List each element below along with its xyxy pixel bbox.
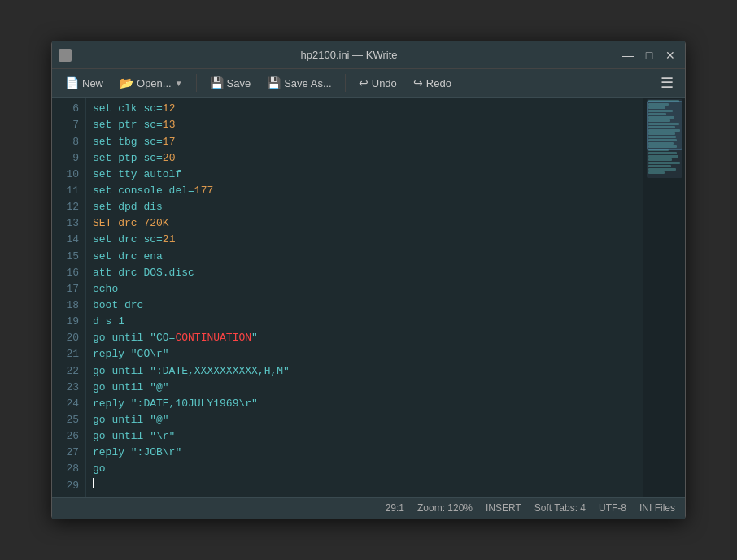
code-line-27: reply ":JOB\r" [93, 445, 636, 461]
redo-button[interactable]: ↪ Redo [407, 74, 458, 92]
toolbar-separator-1 [196, 74, 197, 92]
undo-label: Undo [372, 77, 397, 89]
save-label: Save [227, 77, 251, 89]
code-line-25: go until "@" [93, 412, 636, 428]
zoom-level: Zoom: 120% [417, 502, 473, 514]
undo-icon: ↩ [359, 76, 368, 89]
open-dropdown-icon: ▼ [175, 79, 183, 88]
window-title: hp2100.ini — KWrite [78, 49, 620, 61]
code-line-16: att drc DOS.disc [93, 265, 636, 281]
redo-label: Redo [426, 77, 451, 89]
filetype: INI Files [639, 502, 675, 514]
cursor-position: 29:1 [386, 502, 404, 514]
save-button[interactable]: 💾 Save [203, 74, 258, 92]
code-line-18: boot drc [93, 297, 636, 314]
tab-setting: Soft Tabs: 4 [534, 502, 586, 514]
code-line-6: set clk sc=12 [93, 101, 636, 117]
new-icon: 📄 [65, 76, 79, 89]
save-as-icon: 💾 [267, 76, 281, 89]
app-icon [59, 49, 72, 62]
code-line-29 [93, 478, 636, 494]
code-line-28: go [93, 461, 636, 477]
code-line-21: reply "CO\r" [93, 346, 636, 362]
save-as-button[interactable]: 💾 Save As... [260, 74, 338, 92]
code-line-7: set ptr sc=13 [93, 117, 636, 133]
save-icon: 💾 [210, 76, 224, 89]
line-numbers: 6789101112131415161718192021222324252627… [52, 98, 86, 497]
minimize-button[interactable]: — [620, 49, 636, 62]
code-line-11: set console del=177 [93, 183, 636, 199]
code-line-13: SET drc 720K [93, 215, 636, 232]
open-button[interactable]: 📂 Open... ▼ [113, 74, 190, 92]
toolbar: 📄 New 📂 Open... ▼ 💾 Save 💾 Save As... ↩ … [52, 69, 685, 98]
close-button[interactable]: ✕ [662, 49, 678, 62]
code-line-26: go until "\r" [93, 428, 636, 445]
open-icon: 📂 [120, 76, 133, 89]
code-line-24: reply ":DATE,10JULY1969\r" [93, 396, 636, 412]
edit-mode: INSERT [486, 502, 521, 514]
code-line-15: set drc ena [93, 249, 636, 265]
maximize-button[interactable]: □ [641, 49, 657, 62]
code-line-10: set tty autolf [93, 167, 636, 183]
titlebar: hp2100.ini — KWrite — □ ✕ [52, 41, 685, 69]
code-line-23: go until "@" [93, 380, 636, 396]
main-window: hp2100.ini — KWrite — □ ✕ 📄 New 📂 Open..… [51, 41, 686, 519]
statusbar: 29:1 Zoom: 120% INSERT Soft Tabs: 4 UTF-… [52, 497, 685, 519]
code-line-19: d s 1 [93, 314, 636, 330]
toolbar-separator-2 [345, 74, 346, 92]
code-line-14: set drc sc=21 [93, 232, 636, 248]
editor-area: 6789101112131415161718192021222324252627… [52, 98, 685, 497]
code-line-20: go until "CO=CONTINUATION" [93, 330, 636, 346]
open-label: Open... [137, 77, 172, 89]
redo-icon: ↪ [413, 76, 423, 89]
save-as-label: Save As... [284, 77, 332, 89]
code-editor[interactable]: set clk sc=12set ptr sc=13set tbg sc=17s… [86, 98, 643, 497]
encoding: UTF-8 [599, 502, 626, 514]
code-line-9: set ptp sc=20 [93, 150, 636, 167]
minimap-viewport [647, 101, 682, 150]
code-line-17: echo [93, 281, 636, 297]
code-line-22: go until ":DATE,XXXXXXXXXX,H,M" [93, 363, 636, 380]
new-button[interactable]: 📄 New [59, 74, 110, 92]
window-controls: — □ ✕ [620, 49, 678, 62]
code-line-8: set tbg sc=17 [93, 134, 636, 150]
undo-button[interactable]: ↩ Undo [352, 74, 403, 92]
minimap [643, 98, 685, 497]
new-label: New [82, 77, 103, 89]
menu-button[interactable]: ☰ [656, 72, 678, 93]
code-line-12: set dpd dis [93, 199, 636, 215]
